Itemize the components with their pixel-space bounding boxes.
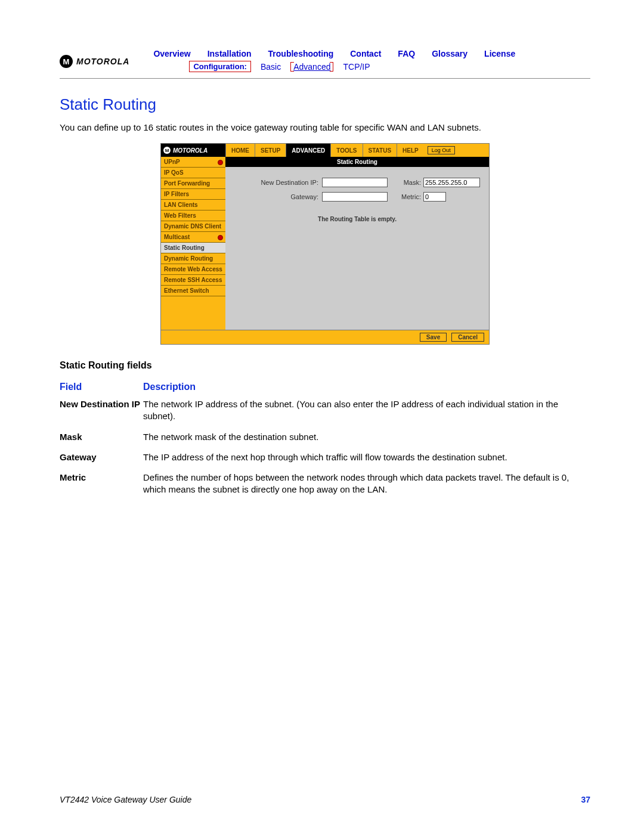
routing-table-empty-msg: The Routing Table is empty. [233,216,482,222]
field-description: The IP address of the next hop through w… [143,451,507,463]
doc-footer: VT2442 Voice Gateway User Guide 37 [60,795,590,804]
table-row: New Destination IPThe network IP address… [60,398,590,423]
sidebar-item-web-filters[interactable]: Web Filters [161,210,225,221]
sidebar-item-static-routing[interactable]: Static Routing [161,243,225,253]
status-dot-icon [218,235,223,240]
router-admin-screenshot: M MOTOROLA HOME SETUP ADVANCED TOOLS STA… [160,143,490,345]
dest-ip-label: New Destination IP: [233,179,322,186]
table-row: MaskThe network mask of the destination … [60,431,590,443]
col-field-header: Field [60,382,143,392]
logout-button[interactable]: Log Out [428,146,455,154]
tab-help[interactable]: HELP [397,144,424,157]
field-description: Defines the number of hops between the n… [143,472,590,496]
field-name: New Destination IP [60,398,143,423]
brand-text: MOTOROLA [76,57,129,66]
field-name: Mask [60,431,143,443]
table-row: GatewayThe IP address of the next hop th… [60,451,590,463]
page-title: Static Routing [60,95,590,114]
save-button[interactable]: Save [420,333,447,342]
header-divider [60,78,590,79]
field-name: Metric [60,472,143,496]
metric-label: Metric: [397,193,423,200]
tab-tools[interactable]: TOOLS [330,144,362,157]
sidebar-item-multicast[interactable]: Multicast [161,232,225,243]
nav-troubleshooting[interactable]: Troubleshooting [268,49,334,58]
gateway-label: Gateway: [233,193,322,200]
top-nav: Overview Installation Troubleshooting Co… [153,49,515,58]
sidebar-item-ethernet-switch[interactable]: Ethernet Switch [161,286,225,296]
metric-input[interactable] [423,192,446,202]
nav-faq[interactable]: FAQ [398,49,415,58]
doc-header: M MOTOROLA Overview Installation Trouble… [60,49,590,79]
tab-home[interactable]: HOME [225,144,255,157]
subnav-advanced[interactable]: Advanced [290,62,333,72]
ui-brand-text: MOTOROLA [173,147,208,154]
dest-ip-input[interactable] [322,178,388,187]
guide-title: VT2442 Voice Gateway User Guide [60,795,191,804]
tab-setup[interactable]: SETUP [255,144,286,157]
tab-status[interactable]: STATUS [363,144,397,157]
status-dot-icon [218,160,223,165]
sidebar-item-remote-web-access[interactable]: Remote Web Access [161,264,225,275]
nav-overview[interactable]: Overview [153,49,190,58]
field-description: The network mask of the destination subn… [143,431,318,443]
sidebar: UPnPIP QoSPort ForwardingIP FiltersLAN C… [161,157,225,330]
sidebar-item-upnp[interactable]: UPnP [161,157,225,168]
sidebar-item-port-forwarding[interactable]: Port Forwarding [161,178,225,189]
ui-logo-icon: M [163,147,171,154]
nav-license[interactable]: License [484,49,515,58]
subnav-tcpip[interactable]: TCP/IP [343,62,370,72]
gateway-input[interactable] [322,192,388,202]
table-row: MetricDefines the number of hops between… [60,472,590,496]
intro-text: You can define up to 16 static routes in… [60,121,590,134]
nav-installation[interactable]: Installation [208,49,252,58]
subnav-configuration-label: Configuration: [189,61,251,72]
fields-section-heading: Static Routing fields [60,360,590,371]
col-desc-header: Description [143,382,196,392]
field-description: The network IP address of the subnet. (Y… [143,398,590,423]
field-name: Gateway [60,451,143,463]
sidebar-item-dynamic-dns-client[interactable]: Dynamic DNS Client [161,221,225,232]
nav-contact[interactable]: Contact [350,49,381,58]
sidebar-item-remote-ssh-access[interactable]: Remote SSH Access [161,275,225,286]
page-number: 37 [581,795,590,804]
sidebar-item-ip-filters[interactable]: IP Filters [161,189,225,200]
panel-title: Static Routing [225,157,489,167]
tab-advanced[interactable]: ADVANCED [286,144,330,157]
subnav-basic[interactable]: Basic [261,62,281,72]
fields-table: Field Description New Destination IPThe … [60,382,590,496]
sidebar-item-lan-clients[interactable]: LAN Clients [161,200,225,210]
ui-logo: M MOTOROLA [161,144,225,157]
sub-nav: Configuration: Basic Advanced TCP/IP [189,61,515,72]
motorola-icon: M [60,55,73,68]
mask-input[interactable] [423,178,480,187]
cancel-button[interactable]: Cancel [451,333,484,342]
motorola-logo: M MOTOROLA [60,55,129,68]
mask-label: Mask: [397,179,423,186]
sidebar-item-ip-qos[interactable]: IP QoS [161,168,225,178]
nav-glossary[interactable]: Glossary [432,49,467,58]
sidebar-item-dynamic-routing[interactable]: Dynamic Routing [161,253,225,264]
